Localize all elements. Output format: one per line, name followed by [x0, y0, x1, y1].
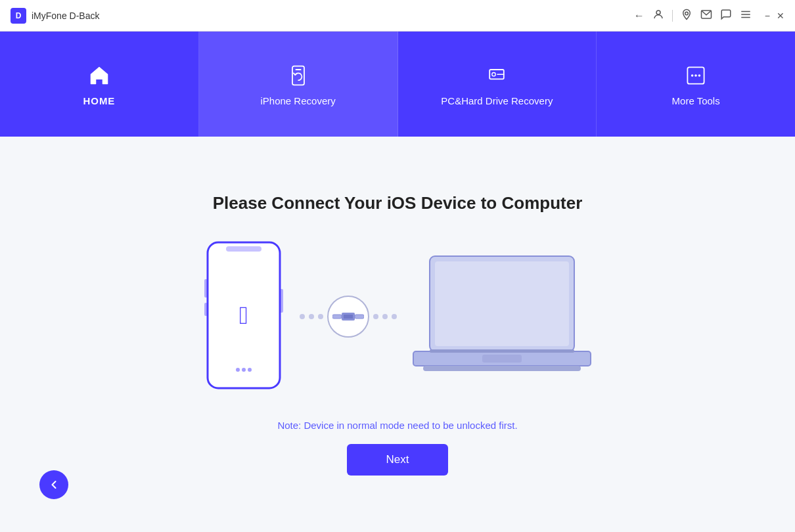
key-icon: [484, 62, 510, 89]
svg-rect-20: [204, 279, 208, 298]
dot-5: [382, 314, 388, 319]
svg-rect-6: [292, 66, 304, 85]
nav-bar: HOME iPhone Recovery PC&Hard Drive Recov…: [0, 32, 795, 137]
divider: [672, 10, 673, 22]
svg-rect-23: [332, 315, 342, 319]
refresh-icon: [285, 62, 311, 89]
nav-label-home: HOME: [83, 95, 115, 106]
location-icon[interactable]: [681, 9, 693, 23]
note-text: Note: Device in normal mode need to be u…: [277, 420, 517, 431]
app-logo: D: [11, 8, 26, 24]
close-button[interactable]: ✕: [777, 11, 784, 21]
next-button[interactable]: Next: [347, 444, 449, 476]
nav-label-more-tools: More Tools: [672, 95, 720, 106]
back-button[interactable]: [39, 470, 68, 499]
svg-rect-15: [226, 246, 261, 252]
svg-rect-21: [204, 303, 208, 316]
svg-point-8: [492, 72, 495, 76]
svg-point-1: [685, 12, 689, 15]
nav-item-home[interactable]: HOME: [0, 32, 199, 137]
svg-rect-28: [435, 261, 569, 346]
laptop-illustration: [410, 250, 594, 384]
phone-illustration: : [201, 240, 286, 393]
dot-4: [373, 314, 378, 319]
dot-2: [309, 314, 314, 319]
svg-rect-31: [423, 366, 581, 371]
svg-point-0: [656, 11, 660, 14]
connect-visual: : [201, 240, 594, 393]
title-bar-left: D iMyFone D-Back: [11, 8, 99, 24]
app-title: iMyFone D-Back: [32, 11, 99, 21]
svg-point-17: [236, 368, 240, 372]
share-icon[interactable]: ←: [634, 10, 645, 22]
nav-item-iphone-recovery[interactable]: iPhone Recovery: [199, 32, 398, 137]
svg-point-12: [694, 74, 697, 77]
title-bar-right: ← − ✕: [634, 9, 784, 23]
svg-rect-32: [430, 349, 574, 353]
cable-section: [300, 296, 397, 338]
home-icon: [86, 62, 112, 89]
svg-point-18: [242, 368, 246, 372]
dots-icon: [683, 62, 709, 89]
nav-item-pc-recovery[interactable]: PC&Hard Drive Recovery: [398, 32, 597, 137]
svg-point-13: [698, 74, 701, 77]
svg-point-19: [248, 368, 252, 372]
svg-rect-22: [280, 289, 283, 313]
nav-label-iphone-recovery: iPhone Recovery: [261, 95, 336, 106]
nav-label-pc-recovery: PC&Hard Drive Recovery: [441, 95, 553, 106]
connect-title: Please Connect Your iOS Device to Comput…: [213, 193, 583, 213]
nav-item-more-tools[interactable]: More Tools: [597, 32, 795, 137]
menu-icon[interactable]: [740, 9, 752, 23]
dot-3: [318, 314, 323, 319]
window-controls: − ✕: [765, 11, 784, 21]
svg-text:: : [239, 301, 248, 329]
svg-point-11: [691, 74, 694, 77]
user-icon[interactable]: [652, 9, 664, 23]
main-content: Please Connect Your iOS Device to Comput…: [0, 137, 795, 532]
svg-rect-26: [344, 315, 353, 319]
dot-1: [300, 314, 305, 319]
chat-icon[interactable]: [720, 9, 732, 23]
minimize-button[interactable]: −: [765, 11, 770, 21]
cable-circle: [327, 296, 369, 338]
title-bar: D iMyFone D-Back ← − ✕: [0, 0, 795, 32]
svg-rect-30: [482, 355, 522, 363]
dot-6: [392, 314, 397, 319]
svg-rect-25: [355, 315, 364, 319]
mail-icon[interactable]: [700, 9, 712, 23]
